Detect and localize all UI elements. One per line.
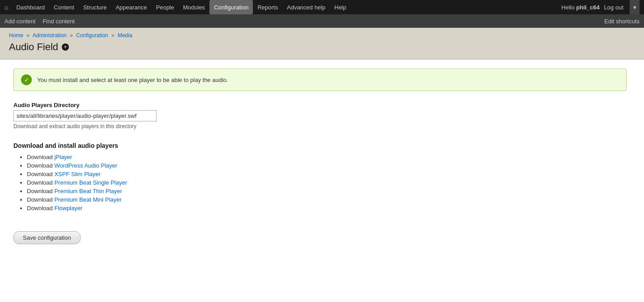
download-prefix-4: Download (27, 188, 54, 194)
edit-shortcuts-link[interactable]: Edit shortcuts (604, 18, 640, 25)
download-list: Download jPlayer Download WordPress Audi… (13, 154, 631, 211)
list-item: Download WordPress Audio Player (27, 162, 631, 169)
top-navigation: ⌂ Dashboard Content Structure Appearance… (0, 0, 644, 14)
logout-link[interactable]: Log out (604, 4, 623, 11)
save-configuration-button[interactable]: Save configuration (13, 231, 81, 244)
breadcrumb-configuration[interactable]: Configuration (76, 32, 108, 39)
download-xspf-slim-player[interactable]: XSPF Slim Player (54, 171, 100, 177)
list-item: Download Flowplayer (27, 205, 631, 211)
page-header: Home » Administration » Configuration » … (0, 28, 644, 60)
user-section: Hello phil_c64 Log out ▾ (561, 0, 640, 14)
nav-links: Dashboard Content Structure Appearance P… (12, 0, 561, 14)
directory-description: Download and extract audio players in th… (13, 123, 631, 129)
download-prefix-6: Download (27, 205, 54, 211)
list-item: Download XSPF Slim Player (27, 171, 631, 177)
status-message: ✓ You must install and select at least o… (13, 69, 627, 91)
nav-item-modules[interactable]: Modules (179, 0, 209, 14)
breadcrumb-media[interactable]: Media (118, 32, 132, 39)
directory-section: Audio Players Directory Download and ext… (13, 102, 631, 129)
nav-item-reports[interactable]: Reports (253, 0, 282, 14)
shortcut-bar: Add content Find content Edit shortcuts (0, 14, 644, 28)
check-icon: ✓ (21, 74, 32, 85)
list-item: Download Premium Beat Single Player (27, 179, 631, 186)
downloads-title: Download and install audio players (13, 142, 631, 149)
hello-text: Hello phil_c64 (561, 4, 599, 11)
list-item: Download Premium Beat Thin Player (27, 188, 631, 194)
nav-item-content[interactable]: Content (49, 0, 79, 14)
downloads-section: Download and install audio players Downl… (13, 142, 631, 211)
shortcut-links: Add content Find content (4, 18, 75, 25)
main-content: ✓ You must install and select at least o… (0, 60, 644, 253)
breadcrumb-sep-1: » (26, 32, 30, 39)
list-item: Download jPlayer (27, 154, 631, 160)
download-prefix-3: Download (27, 179, 54, 186)
home-icon[interactable]: ⌂ (4, 4, 8, 11)
nav-item-advanced-help[interactable]: Advanced help (282, 0, 330, 14)
page-title-text: Audio Field (9, 41, 58, 53)
breadcrumb-sep-2: » (70, 32, 73, 39)
directory-input[interactable] (13, 110, 157, 121)
download-premium-beat-single[interactable]: Premium Beat Single Player (54, 179, 127, 186)
download-premium-beat-mini[interactable]: Premium Beat Mini Player (54, 196, 121, 203)
nav-item-people[interactable]: People (152, 0, 179, 14)
nav-item-structure[interactable]: Structure (79, 0, 111, 14)
username: phil_c64 (576, 4, 600, 11)
breadcrumb: Home » Administration » Configuration » … (9, 32, 635, 39)
page-title: Audio Field + (9, 41, 635, 53)
find-content-link[interactable]: Find content (43, 18, 75, 25)
dropdown-button[interactable]: ▾ (630, 0, 640, 14)
nav-item-appearance[interactable]: Appearance (111, 0, 151, 14)
breadcrumb-home[interactable]: Home (9, 32, 23, 39)
add-content-link[interactable]: Add content (4, 18, 35, 25)
add-icon[interactable]: + (62, 43, 69, 51)
list-item: Download Premium Beat Mini Player (27, 196, 631, 203)
download-jplayer[interactable]: jPlayer (54, 154, 72, 160)
nav-item-configuration[interactable]: Configuration (209, 0, 253, 14)
status-text: You must install and select at least one… (37, 77, 228, 83)
directory-label: Audio Players Directory (13, 102, 631, 108)
download-prefix-0: Download (27, 154, 54, 160)
nav-item-dashboard[interactable]: Dashboard (12, 0, 49, 14)
download-flowplayer[interactable]: Flowplayer (54, 205, 82, 211)
nav-item-help[interactable]: Help (330, 0, 351, 14)
breadcrumb-sep-3: » (111, 32, 115, 39)
download-prefix-5: Download (27, 196, 54, 203)
download-wordpress-audio-player[interactable]: WordPress Audio Player (54, 162, 117, 169)
breadcrumb-administration[interactable]: Administration (33, 32, 67, 39)
download-premium-beat-thin[interactable]: Premium Beat Thin Player (54, 188, 122, 194)
download-prefix-2: Download (27, 171, 54, 177)
download-prefix-1: Download (27, 162, 54, 169)
